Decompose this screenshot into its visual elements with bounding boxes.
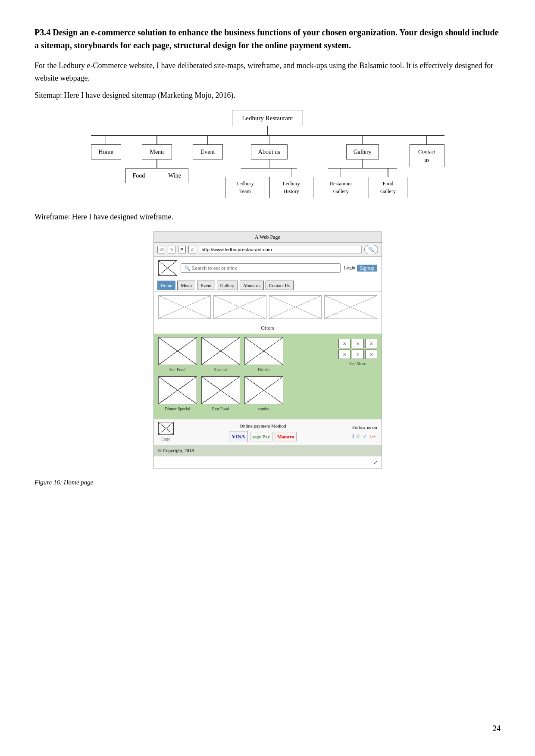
gallery-thumb-1[interactable] xyxy=(338,339,350,348)
footer-logo xyxy=(158,422,174,435)
main-heading: P3.4 Design an e-commerce solution to en… xyxy=(34,26,501,52)
sitemap-node-event: Event xyxy=(193,144,223,159)
twitter-icon[interactable]: ✓ xyxy=(363,432,367,441)
sitemap-node-ledbury-history: Ledbury History xyxy=(269,177,313,198)
sitemap-root-node: Ledbury Restaurant xyxy=(232,110,303,127)
dinner-special-label: Dinner Special xyxy=(165,406,191,412)
sitemap-node-wine: Wine xyxy=(161,168,188,183)
gallery-thumb-4[interactable] xyxy=(338,350,350,359)
wireframe-diagram: A Web Page ◁ ▷ ✕ ⌂ 🔍 Login Signup Home M… xyxy=(153,231,382,469)
logo-label: Logo xyxy=(161,436,170,442)
food-item-fast-food[interactable]: Fast Food xyxy=(201,376,240,412)
hero-image-1 xyxy=(158,295,211,319)
gallery-grid xyxy=(338,339,377,359)
login-label[interactable]: Login xyxy=(344,264,355,272)
close-button[interactable]: ✕ xyxy=(178,246,186,253)
site-header: Login Signup xyxy=(154,257,382,279)
see-more-button[interactable]: See More xyxy=(338,360,377,367)
nav-item-gallery[interactable]: Gallery xyxy=(217,281,238,291)
social-section: Follow us on f © ✓ G+ xyxy=(352,424,377,440)
food-gallery-section: Sec Food Special Drinks Dinner S xyxy=(154,334,382,419)
special-image xyxy=(201,337,240,365)
nav-item-aboutus[interactable]: About us xyxy=(240,281,264,291)
gallery-thumb-5[interactable] xyxy=(352,350,364,359)
intro-para1: For the Ledbury e-Commerce website, I ha… xyxy=(34,59,501,84)
wireframe-label: Wireframe: Here I have designed wirefram… xyxy=(34,211,501,223)
page-number: 24 xyxy=(493,723,501,734)
site-logo-placeholder xyxy=(158,260,177,276)
gallery-thumb-6[interactable] xyxy=(365,350,377,359)
food-item-dinner-special[interactable]: Dinner Special xyxy=(158,376,197,412)
sitemap-node-home: Home xyxy=(91,144,121,159)
hero-area xyxy=(154,292,382,322)
fast-food-label: Fast Food xyxy=(212,406,229,412)
drinks-image xyxy=(244,337,283,365)
follow-label: Follow us on xyxy=(352,424,377,431)
wireframe-title-bar: A Web Page xyxy=(154,232,382,243)
nav-item-home[interactable]: Home xyxy=(157,281,176,291)
food-item-combo[interactable]: combo xyxy=(244,376,283,412)
drinks-label: Drinks xyxy=(258,366,269,373)
sec-food-label: Sec Food xyxy=(169,366,186,373)
nav-item-event[interactable]: Event xyxy=(197,281,215,291)
browser-search-button[interactable]: 🔍 xyxy=(364,245,378,254)
gallery-grid-container: See More xyxy=(335,337,377,367)
forward-button[interactable]: ▷ xyxy=(168,246,175,253)
hero-image-2 xyxy=(213,295,266,319)
combo-label: combo xyxy=(258,406,269,412)
food-row-2: Dinner Special Fast Food combo xyxy=(158,376,332,412)
facebook-icon[interactable]: f xyxy=(352,432,354,441)
sage-logo: sage Pay xyxy=(250,432,273,442)
payment-title: Online payment Method xyxy=(179,422,347,430)
gallery-thumb-3[interactable] xyxy=(365,339,377,348)
sitemap-diagram: Ledbury Restaurant Home Menu xyxy=(34,110,501,198)
navbar: Home Menu Event Gallery About us Contact… xyxy=(154,279,382,292)
hero-image-4 xyxy=(324,295,377,319)
food-item-sec-food[interactable]: Sec Food xyxy=(158,337,197,373)
sitemap-node-ledbury-team: Ledbury Team xyxy=(225,177,265,198)
fast-food-image xyxy=(201,376,240,404)
sitemap-node-menu: Menu xyxy=(142,144,172,159)
auth-area: Login Signup xyxy=(344,264,377,272)
combo-image xyxy=(244,376,283,404)
offers-label: Offers xyxy=(154,322,382,334)
instagram-icon[interactable]: © xyxy=(356,432,360,441)
copyright-bar: © Copyright, 2018 xyxy=(154,445,382,456)
sitemap-node-gallery: Gallery xyxy=(346,144,379,159)
food-item-special[interactable]: Special xyxy=(201,337,240,373)
dinner-special-image xyxy=(158,376,197,404)
footer: Logo Online payment Method VISA sage Pay… xyxy=(154,419,382,445)
intro-para2: Sitemap: Here I have designed sitemap (M… xyxy=(34,90,501,101)
sec-food-image xyxy=(158,337,197,365)
sitemap-node-restaurant-gallery: Restaurant Gallery xyxy=(318,177,364,198)
gallery-thumb-2[interactable] xyxy=(352,339,364,348)
browser-bar[interactable]: ◁ ▷ ✕ ⌂ 🔍 xyxy=(154,243,382,257)
sitemap-node-food: Food xyxy=(125,168,153,183)
payment-section: Online payment Method VISA sage Pay Maes… xyxy=(179,422,347,442)
food-items-container: Sec Food Special Drinks Dinner S xyxy=(158,337,332,415)
home-button[interactable]: ⌂ xyxy=(188,246,196,253)
food-item-drinks[interactable]: Drinks xyxy=(244,337,283,373)
signup-button[interactable]: Signup xyxy=(357,265,377,272)
hero-image-3 xyxy=(269,295,322,319)
maestro-logo: Maestro xyxy=(275,432,297,442)
nav-item-menu[interactable]: Menu xyxy=(177,281,195,291)
special-label: Special xyxy=(214,366,227,373)
figure-caption: Figure 16: Home page xyxy=(34,478,501,487)
bottom-corner: ⟋ xyxy=(154,456,382,469)
search-input[interactable] xyxy=(181,263,341,273)
social-icons: f © ✓ G+ xyxy=(352,432,377,441)
google-icon[interactable]: G+ xyxy=(369,433,375,440)
food-row-1: Sec Food Special Drinks xyxy=(158,337,332,373)
back-button[interactable]: ◁ xyxy=(157,246,165,253)
visa-logo: VISA xyxy=(229,431,247,442)
nav-item-contactus[interactable]: Contact Us xyxy=(266,281,294,291)
sitemap-node-contactus: Contact us xyxy=(410,144,444,167)
payment-logos: VISA sage Pay Maestro xyxy=(179,431,347,442)
sitemap-node-food-gallery: Food Gallery xyxy=(369,177,407,198)
sitemap-node-aboutus: About us xyxy=(251,144,288,159)
url-bar[interactable] xyxy=(199,246,362,253)
